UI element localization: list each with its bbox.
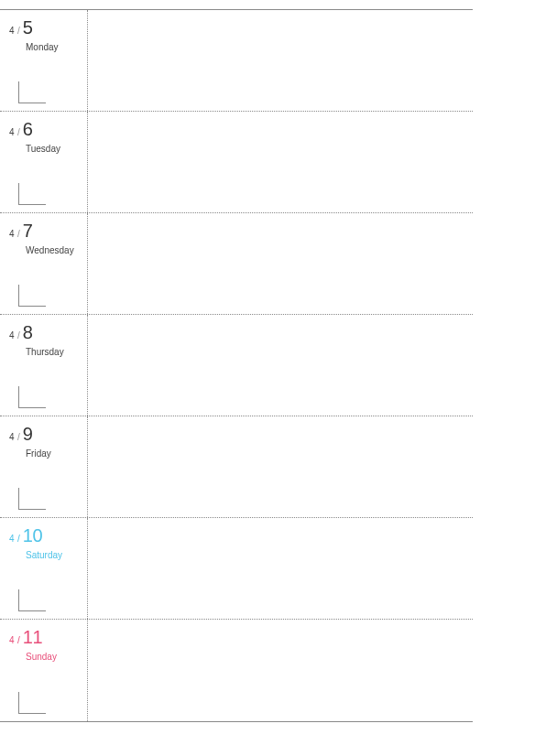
weekday-label: Friday (26, 448, 87, 459)
mini-chart-box (18, 488, 46, 510)
day-number: 7 (23, 221, 33, 242)
date-line: 4 / 7 (9, 221, 87, 242)
weekday-label: Monday (26, 42, 87, 52)
month-number: 4 (9, 635, 15, 645)
date-separator: / (17, 432, 20, 442)
day-number: 5 (23, 17, 33, 38)
day-row: 4 / 10 Saturday (0, 518, 473, 620)
weekday-label: Sunday (26, 652, 87, 662)
month-number: 4 (9, 26, 15, 36)
day-row: 4 / 5 Monday (0, 10, 473, 112)
content-cell (88, 213, 473, 314)
day-row: 4 / 6 Tuesday (0, 112, 473, 213)
month-number: 4 (9, 127, 15, 137)
day-number: 8 (23, 322, 33, 343)
date-cell: 4 / 5 Monday (0, 10, 88, 111)
mini-chart-box (18, 386, 46, 408)
day-row: 4 / 8 Thursday (0, 315, 473, 416)
content-cell (88, 112, 473, 212)
content-cell (88, 315, 473, 416)
month-number: 4 (9, 330, 15, 340)
date-line: 4 / 5 (9, 17, 87, 38)
mini-chart-box (18, 183, 46, 205)
month-number: 4 (9, 534, 15, 544)
date-line: 4 / 11 (9, 627, 87, 648)
date-separator: / (17, 635, 20, 645)
day-row: 4 / 11 Sunday (0, 620, 473, 721)
day-number: 9 (23, 424, 33, 445)
date-separator: / (17, 26, 20, 36)
day-number: 6 (23, 119, 33, 140)
month-number: 4 (9, 229, 15, 239)
weekday-label: Saturday (26, 550, 87, 560)
month-number: 4 (9, 432, 15, 442)
date-cell: 4 / 7 Wednesday (0, 213, 88, 314)
day-row: 4 / 7 Wednesday (0, 213, 473, 315)
mini-chart-box (18, 589, 46, 611)
weekday-label: Tuesday (26, 144, 87, 154)
mini-chart-box (18, 81, 46, 103)
weekday-label: Thursday (26, 347, 87, 357)
date-separator: / (17, 330, 20, 340)
weekly-planner: 4 / 5 Monday 4 / 6 Tuesday 4 / 7 (0, 9, 473, 722)
day-row: 4 / 9 Friday (0, 416, 473, 518)
day-number: 10 (23, 525, 42, 546)
content-cell (88, 416, 473, 517)
mini-chart-box (18, 285, 46, 307)
weekday-label: Wednesday (26, 245, 87, 255)
date-cell: 4 / 10 Saturday (0, 518, 88, 619)
content-cell (88, 518, 473, 619)
date-cell: 4 / 9 Friday (0, 416, 88, 517)
content-cell (88, 620, 473, 721)
date-cell: 4 / 6 Tuesday (0, 112, 88, 212)
date-line: 4 / 6 (9, 119, 87, 140)
date-cell: 4 / 8 Thursday (0, 315, 88, 416)
date-separator: / (17, 534, 20, 544)
content-cell (88, 10, 473, 111)
date-separator: / (17, 229, 20, 239)
date-cell: 4 / 11 Sunday (0, 620, 88, 721)
day-number: 11 (23, 627, 42, 648)
date-line: 4 / 10 (9, 525, 87, 546)
date-line: 4 / 9 (9, 424, 87, 445)
mini-chart-box (18, 692, 46, 714)
date-line: 4 / 8 (9, 322, 87, 343)
date-separator: / (17, 127, 20, 137)
